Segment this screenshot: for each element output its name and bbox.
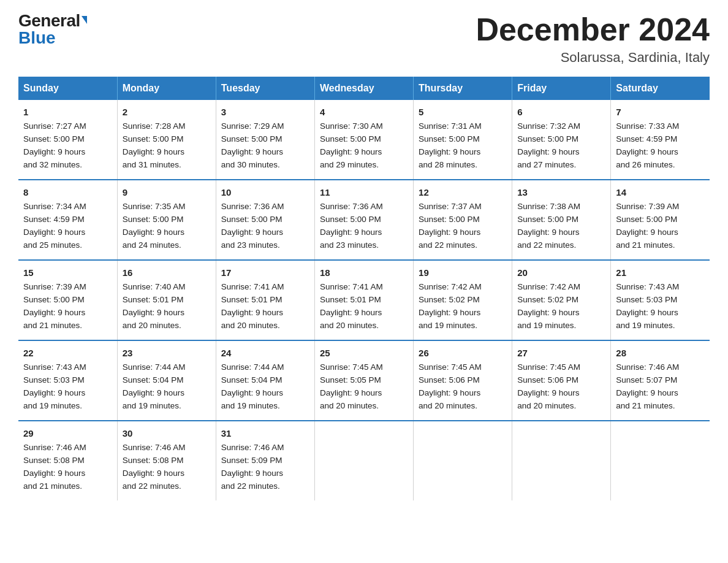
calendar-cell: 11Sunrise: 7:36 AMSunset: 5:00 PMDayligh… bbox=[314, 180, 413, 260]
day-number: 4 bbox=[320, 105, 408, 119]
day-number: 29 bbox=[23, 426, 112, 440]
day-number: 23 bbox=[123, 346, 211, 360]
page-header: General Blue December 2024 Solarussa, Sa… bbox=[18, 12, 710, 66]
calendar-cell: 13Sunrise: 7:38 AMSunset: 5:00 PMDayligh… bbox=[512, 180, 611, 260]
calendar-cell: 21Sunrise: 7:43 AMSunset: 5:03 PMDayligh… bbox=[611, 260, 710, 340]
day-number: 26 bbox=[419, 346, 507, 360]
day-number: 17 bbox=[221, 266, 309, 280]
calendar-cell: 6Sunrise: 7:32 AMSunset: 5:00 PMDaylight… bbox=[512, 100, 611, 180]
day-number: 14 bbox=[616, 185, 705, 199]
calendar-week-2: 8Sunrise: 7:34 AMSunset: 4:59 PMDaylight… bbox=[18, 180, 710, 260]
day-number: 31 bbox=[221, 426, 309, 440]
calendar-cell: 29Sunrise: 7:46 AMSunset: 5:08 PMDayligh… bbox=[18, 421, 117, 500]
calendar-cell bbox=[314, 421, 413, 500]
calendar-cell: 1Sunrise: 7:27 AMSunset: 5:00 PMDaylight… bbox=[18, 100, 117, 180]
day-number: 21 bbox=[616, 266, 705, 280]
calendar-cell: 15Sunrise: 7:39 AMSunset: 5:00 PMDayligh… bbox=[18, 260, 117, 340]
day-number: 18 bbox=[320, 266, 408, 280]
header-row: Sunday Monday Tuesday Wednesday Thursday… bbox=[18, 77, 710, 100]
calendar-cell: 2Sunrise: 7:28 AMSunset: 5:00 PMDaylight… bbox=[117, 100, 216, 180]
day-number: 11 bbox=[320, 185, 408, 199]
calendar-week-4: 22Sunrise: 7:43 AMSunset: 5:03 PMDayligh… bbox=[18, 340, 710, 421]
calendar-body: 1Sunrise: 7:27 AMSunset: 5:00 PMDaylight… bbox=[18, 100, 710, 500]
day-number: 6 bbox=[517, 105, 605, 119]
calendar-cell: 27Sunrise: 7:45 AMSunset: 5:06 PMDayligh… bbox=[512, 340, 611, 421]
col-saturday: Saturday bbox=[611, 77, 710, 100]
col-friday: Friday bbox=[512, 77, 611, 100]
calendar-week-3: 15Sunrise: 7:39 AMSunset: 5:00 PMDayligh… bbox=[18, 260, 710, 340]
calendar-cell: 28Sunrise: 7:46 AMSunset: 5:07 PMDayligh… bbox=[611, 340, 710, 421]
day-number: 1 bbox=[23, 105, 112, 119]
col-wednesday: Wednesday bbox=[314, 77, 413, 100]
calendar-cell: 24Sunrise: 7:44 AMSunset: 5:04 PMDayligh… bbox=[216, 340, 314, 421]
calendar-cell: 12Sunrise: 7:37 AMSunset: 5:00 PMDayligh… bbox=[414, 180, 512, 260]
calendar-cell: 17Sunrise: 7:41 AMSunset: 5:01 PMDayligh… bbox=[216, 260, 314, 340]
day-number: 30 bbox=[123, 426, 211, 440]
day-number: 5 bbox=[419, 105, 507, 119]
logo: General Blue bbox=[18, 12, 87, 47]
col-tuesday: Tuesday bbox=[216, 77, 314, 100]
calendar-week-1: 1Sunrise: 7:27 AMSunset: 5:00 PMDaylight… bbox=[18, 100, 710, 180]
title-block: December 2024 Solarussa, Sardinia, Italy bbox=[476, 12, 710, 66]
day-number: 15 bbox=[23, 266, 112, 280]
day-number: 10 bbox=[221, 185, 309, 199]
calendar-cell: 20Sunrise: 7:42 AMSunset: 5:02 PMDayligh… bbox=[512, 260, 611, 340]
day-number: 19 bbox=[419, 266, 507, 280]
col-monday: Monday bbox=[117, 77, 216, 100]
day-number: 27 bbox=[517, 346, 605, 360]
calendar-week-5: 29Sunrise: 7:46 AMSunset: 5:08 PMDayligh… bbox=[18, 421, 710, 500]
page-subtitle: Solarussa, Sardinia, Italy bbox=[476, 50, 710, 66]
calendar-cell: 18Sunrise: 7:41 AMSunset: 5:01 PMDayligh… bbox=[314, 260, 413, 340]
calendar-cell: 25Sunrise: 7:45 AMSunset: 5:05 PMDayligh… bbox=[314, 340, 413, 421]
logo-general-text: General bbox=[18, 12, 87, 29]
calendar-cell: 16Sunrise: 7:40 AMSunset: 5:01 PMDayligh… bbox=[117, 260, 216, 340]
page-title: December 2024 bbox=[476, 12, 710, 47]
day-number: 20 bbox=[517, 266, 605, 280]
calendar-cell: 31Sunrise: 7:46 AMSunset: 5:09 PMDayligh… bbox=[216, 421, 314, 500]
day-number: 25 bbox=[320, 346, 408, 360]
calendar-cell: 19Sunrise: 7:42 AMSunset: 5:02 PMDayligh… bbox=[414, 260, 512, 340]
col-thursday: Thursday bbox=[414, 77, 512, 100]
calendar-table: Sunday Monday Tuesday Wednesday Thursday… bbox=[18, 77, 710, 500]
calendar-cell: 5Sunrise: 7:31 AMSunset: 5:00 PMDaylight… bbox=[414, 100, 512, 180]
day-number: 13 bbox=[517, 185, 605, 199]
calendar-header: Sunday Monday Tuesday Wednesday Thursday… bbox=[18, 77, 710, 100]
calendar-cell: 7Sunrise: 7:33 AMSunset: 4:59 PMDaylight… bbox=[611, 100, 710, 180]
day-number: 2 bbox=[123, 105, 211, 119]
calendar-cell: 8Sunrise: 7:34 AMSunset: 4:59 PMDaylight… bbox=[18, 180, 117, 260]
calendar-cell bbox=[611, 421, 710, 500]
calendar-cell: 3Sunrise: 7:29 AMSunset: 5:00 PMDaylight… bbox=[216, 100, 314, 180]
calendar-cell: 10Sunrise: 7:36 AMSunset: 5:00 PMDayligh… bbox=[216, 180, 314, 260]
calendar-cell: 30Sunrise: 7:46 AMSunset: 5:08 PMDayligh… bbox=[117, 421, 216, 500]
calendar-cell: 23Sunrise: 7:44 AMSunset: 5:04 PMDayligh… bbox=[117, 340, 216, 421]
calendar-cell: 9Sunrise: 7:35 AMSunset: 5:00 PMDaylight… bbox=[117, 180, 216, 260]
calendar-cell: 22Sunrise: 7:43 AMSunset: 5:03 PMDayligh… bbox=[18, 340, 117, 421]
day-number: 8 bbox=[23, 185, 112, 199]
day-number: 28 bbox=[616, 346, 705, 360]
day-number: 7 bbox=[616, 105, 705, 119]
calendar-cell: 26Sunrise: 7:45 AMSunset: 5:06 PMDayligh… bbox=[414, 340, 512, 421]
logo-blue-text: Blue bbox=[18, 29, 56, 47]
day-number: 12 bbox=[419, 185, 507, 199]
day-number: 3 bbox=[221, 105, 309, 119]
day-number: 16 bbox=[123, 266, 211, 280]
col-sunday: Sunday bbox=[18, 77, 117, 100]
day-number: 24 bbox=[221, 346, 309, 360]
day-number: 22 bbox=[23, 346, 112, 360]
calendar-cell bbox=[512, 421, 611, 500]
calendar-cell: 4Sunrise: 7:30 AMSunset: 5:00 PMDaylight… bbox=[314, 100, 413, 180]
day-number: 9 bbox=[123, 185, 211, 199]
calendar-cell: 14Sunrise: 7:39 AMSunset: 5:00 PMDayligh… bbox=[611, 180, 710, 260]
calendar-cell bbox=[414, 421, 512, 500]
